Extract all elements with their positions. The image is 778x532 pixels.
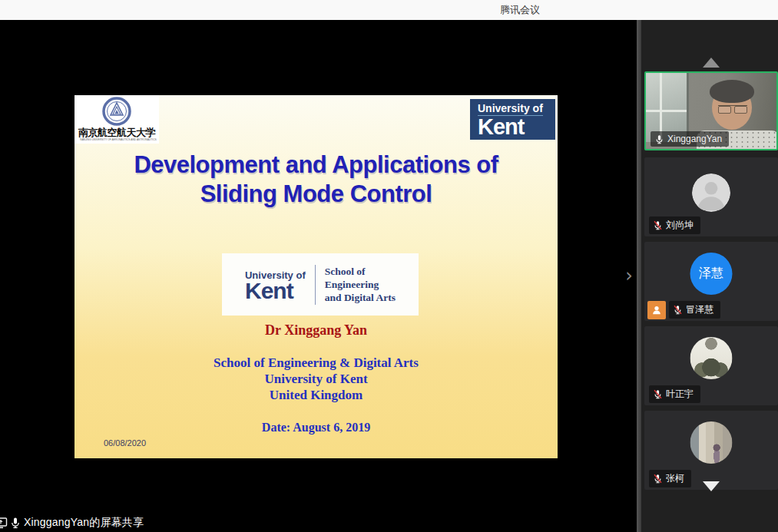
kent-school-logo-left: University of Kent xyxy=(245,269,306,300)
role-person-badge xyxy=(647,301,666,319)
participant-tile[interactable]: 刘尚坤 xyxy=(644,157,778,236)
logo-divider xyxy=(315,265,316,305)
avatar-initials: 泽慧 xyxy=(690,253,733,295)
participant-name-badge: 刘尚坤 xyxy=(649,216,700,234)
avatar-image xyxy=(690,337,733,379)
participant-name-badge: 叶正宇 xyxy=(649,385,700,403)
avatar-image xyxy=(690,421,733,464)
participant-name: 冒泽慧 xyxy=(686,303,713,316)
mic-muted-icon xyxy=(653,220,663,230)
presenter-name: Dr Xinggang Yan xyxy=(74,322,558,339)
mic-muted-icon xyxy=(653,389,663,399)
slide-date: Date: August 6, 2019 xyxy=(74,421,558,435)
participant-name: 刘尚坤 xyxy=(666,219,694,232)
participant-name-badge: 冒泽慧 xyxy=(669,301,720,319)
mic-icon xyxy=(654,134,664,144)
participant-name: XinggangYan xyxy=(667,134,722,144)
screen-share-icon xyxy=(0,516,8,530)
collapse-sidebar-button[interactable]: › xyxy=(621,266,637,287)
nuaa-logo-english-name: NANJING UNIVERSITY OF AERONAUTICS AND AS… xyxy=(76,138,159,140)
avatar-silhouette xyxy=(692,173,730,212)
participant-tile[interactable]: 叶正宇 xyxy=(644,326,778,405)
participant-name-badge: XinggangYan xyxy=(651,131,729,147)
participant-name: 叶正宇 xyxy=(666,388,694,401)
window-title: 腾讯会议 xyxy=(500,3,540,17)
kent-logo-line2: Kent xyxy=(478,116,555,137)
participants-sidebar: XinggangYan 刘尚坤 xyxy=(637,20,778,532)
share-status-bar: XinggangYan的屏幕共享 xyxy=(0,513,637,532)
scroll-up-icon[interactable] xyxy=(703,58,720,68)
screen-share-stage: 南京航空航天大学 NANJING UNIVERSITY OF AERONAUTI… xyxy=(0,20,637,513)
affiliation-line1: School of Engineering & Digital Arts xyxy=(74,355,558,371)
presenter-affiliation: School of Engineering & Digital Arts Uni… xyxy=(74,355,558,403)
affiliation-line2: University of Kent xyxy=(74,371,558,387)
nuaa-emblem-icon xyxy=(102,97,131,126)
window-titlebar: 腾讯会议 xyxy=(0,0,778,20)
kent-school-logo-right: School of Engineering and Digital Arts xyxy=(325,265,396,304)
mic-muted-icon xyxy=(673,305,683,315)
nuaa-logo: 南京航空航天大学 NANJING UNIVERSITY OF AERONAUTI… xyxy=(74,95,159,144)
microphone-icon xyxy=(9,517,22,529)
slide-title-line2: Sliding Mode Control xyxy=(74,180,558,209)
person-icon xyxy=(651,305,662,316)
participant-tile[interactable]: XinggangYan xyxy=(644,71,778,150)
share-status-label: XinggangYan的屏幕共享 xyxy=(24,516,144,530)
slide-footer-date: 06/08/2020 xyxy=(104,438,146,448)
participant-name: 张柯 xyxy=(666,472,684,485)
presentation-slide: 南京航空航天大学 NANJING UNIVERSITY OF AERONAUTI… xyxy=(74,95,558,458)
mic-muted-icon xyxy=(653,474,663,484)
scroll-down-icon[interactable] xyxy=(703,481,720,491)
tencent-meeting-window: 腾讯会议 南京航空航天大学 NANJING UNIVERSITY OF AERO… xyxy=(0,0,778,532)
kent-logo: University of Kent xyxy=(470,99,555,140)
participant-name-badge: 张柯 xyxy=(649,470,691,487)
participant-tile[interactable]: 张柯 xyxy=(644,411,778,490)
slide-title: Development and Applications of Sliding … xyxy=(74,150,558,209)
kent-school-logo: University of Kent School of Engineering… xyxy=(222,253,419,316)
affiliation-line3: United Kingdom xyxy=(74,387,558,403)
video-person-glasses xyxy=(718,105,747,114)
participant-tile[interactable]: 泽慧 冒泽慧 xyxy=(644,242,778,321)
slide-title-line1: Development and Applications of xyxy=(74,150,558,180)
